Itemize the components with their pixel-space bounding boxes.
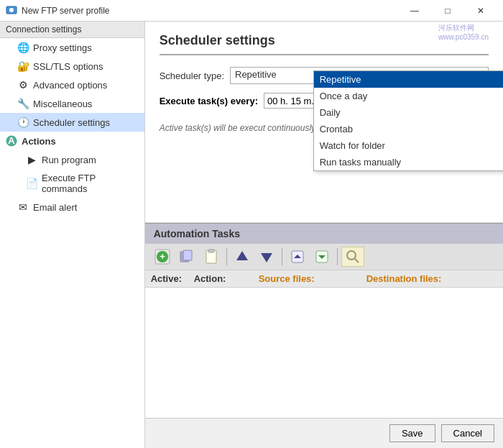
- table-header: Active: Action: Source files: Destinatio…: [145, 270, 503, 288]
- right-panel: 河乐软件网www.pc0359.cn Scheduler settings Sc…: [145, 22, 503, 448]
- search-button[interactable]: [341, 247, 364, 267]
- scheduler-panel: 河乐软件网www.pc0359.cn Scheduler settings Sc…: [145, 22, 503, 223]
- dropdown-option-daily[interactable]: Daily: [314, 104, 503, 121]
- col-header-source: Source files:: [259, 273, 366, 284]
- svg-text:+: +: [160, 251, 165, 262]
- close-button[interactable]: ✕: [464, 0, 497, 22]
- svg-rect-10: [208, 250, 214, 252]
- window-controls[interactable]: — □ ✕: [398, 0, 497, 22]
- automation-section-header: Automation Tasks: [145, 223, 503, 244]
- bottom-bar: Save Cancel: [145, 418, 503, 448]
- col-header-active: Active:: [151, 273, 194, 284]
- misc-icon: 🔧: [17, 98, 29, 109]
- scheduler-type-label: Scheduler type:: [160, 70, 224, 81]
- execute-label: Execute task(s) every:: [160, 96, 258, 106]
- sidebar-item-ssl[interactable]: 🔐 SSL/TLS options: [0, 57, 144, 76]
- sidebar-item-email[interactable]: ✉ Email alert: [0, 198, 144, 216]
- proxy-icon: 🌐: [17, 42, 29, 53]
- copy-task-button[interactable]: [175, 247, 198, 267]
- scheduler-dropdown[interactable]: Repetitive Once a day Daily Crontab Watc…: [313, 70, 503, 171]
- svg-text:A: A: [8, 135, 15, 146]
- svg-rect-8: [183, 250, 192, 260]
- sidebar-item-advanced[interactable]: ⚙ Advanced options: [0, 76, 144, 94]
- col-header-action: Action:: [194, 273, 259, 284]
- sidebar-item-misc[interactable]: 🔧 Miscellaneous: [0, 94, 144, 113]
- toolbar-separator-2: [282, 248, 282, 265]
- advanced-icon: ⚙: [17, 79, 29, 91]
- sidebar-item-runprogram[interactable]: ▶ Run program: [0, 150, 144, 169]
- move-down-button[interactable]: [255, 247, 278, 267]
- ftp-icon: 📄: [26, 178, 37, 189]
- svg-point-1: [9, 8, 14, 12]
- col-header-dest: Destination files:: [366, 273, 497, 284]
- run-icon: ▶: [26, 154, 37, 165]
- cancel-button[interactable]: Cancel: [441, 424, 494, 442]
- svg-point-17: [347, 251, 356, 260]
- import-button[interactable]: [286, 247, 309, 267]
- ssl-icon: 🔐: [17, 60, 29, 72]
- toolbar-separator-3: [337, 248, 338, 265]
- sidebar-item-ftpcmds[interactable]: 📄 Execute FTP commands: [0, 169, 144, 198]
- sidebar-actions-group[interactable]: A Actions: [0, 132, 144, 150]
- sidebar-item-scheduler[interactable]: 🕐 Scheduler settings: [0, 113, 144, 132]
- scheduler-icon: 🕐: [17, 116, 29, 128]
- toolbar-separator-1: [226, 248, 227, 265]
- dropdown-option-crontab[interactable]: Crontab: [314, 121, 503, 137]
- minimize-button[interactable]: —: [398, 0, 431, 22]
- svg-line-18: [355, 259, 359, 262]
- svg-marker-11: [236, 251, 248, 260]
- save-button[interactable]: Save: [389, 424, 435, 442]
- add-task-button[interactable]: +: [151, 247, 174, 267]
- move-up-button[interactable]: [231, 247, 254, 267]
- dropdown-option-watchfolder[interactable]: Watch for folder: [314, 137, 503, 154]
- title-bar: New FTP server profile — □ ✕: [0, 0, 503, 22]
- window-title: New FTP server profile: [22, 6, 398, 16]
- main-layout: Connection settings 🌐 Proxy settings 🔐 S…: [0, 22, 503, 448]
- dropdown-option-once-a-day[interactable]: Once a day: [314, 88, 503, 104]
- sidebar-item-proxy[interactable]: 🌐 Proxy settings: [0, 38, 144, 57]
- sidebar-connection-header: Connection settings: [0, 22, 144, 38]
- maximize-button[interactable]: □: [431, 0, 464, 22]
- actions-icon: A: [6, 135, 17, 147]
- table-body: [145, 288, 503, 418]
- app-icon: [6, 5, 17, 17]
- dropdown-option-repetitive[interactable]: Repetitive: [314, 71, 503, 88]
- sidebar: Connection settings 🌐 Proxy settings 🔐 S…: [0, 22, 145, 448]
- toolbar: +: [145, 244, 503, 270]
- svg-marker-12: [261, 253, 272, 262]
- email-icon: ✉: [17, 201, 29, 213]
- paste-task-button[interactable]: [200, 247, 223, 267]
- dropdown-option-manual[interactable]: Run tasks manually: [314, 154, 503, 170]
- export-button[interactable]: [310, 247, 333, 267]
- scheduler-title: Scheduler settings: [160, 33, 489, 55]
